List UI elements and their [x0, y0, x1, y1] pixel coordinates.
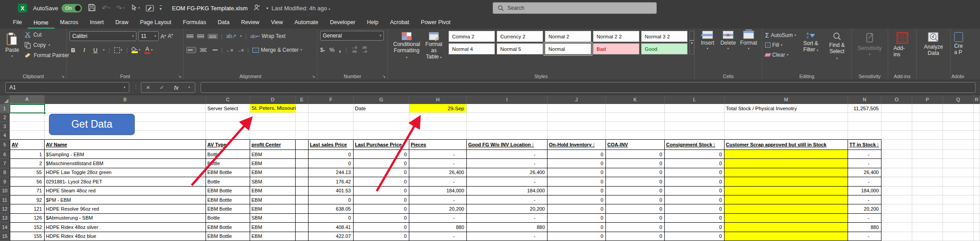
cell-F14[interactable]: 408.41: [309, 223, 354, 232]
cell-K9[interactable]: 0: [606, 177, 665, 186]
addins-button[interactable]: Add-ins: [891, 31, 914, 59]
autosave-switch[interactable]: On: [62, 4, 82, 12]
cell-R1[interactable]: [974, 104, 980, 113]
cell-K5[interactable]: COA-INV: [606, 140, 665, 150]
cell-P15[interactable]: [912, 232, 943, 241]
cell-J8[interactable]: 0: [548, 168, 606, 177]
row-header-14[interactable]: 14: [0, 223, 10, 232]
cell-A7[interactable]: 2: [10, 159, 45, 168]
top-align-icon[interactable]: [186, 34, 194, 38]
font-name-select[interactable]: Calibri▾: [70, 31, 136, 41]
last-modified-status[interactable]: • Last Modified: 4h ago ▾: [266, 5, 330, 12]
cell-style-normal-2[interactable]: Normal 2: [545, 31, 591, 42]
cell-A6[interactable]: 1: [10, 150, 45, 159]
format-cells-button[interactable]: Format▾: [738, 31, 759, 50]
cell-A15[interactable]: 155: [10, 232, 45, 241]
cell-M9[interactable]: [725, 177, 848, 186]
cell-A14[interactable]: 152: [10, 223, 45, 232]
cell-A13[interactable]: 126: [10, 214, 45, 223]
cell-N14[interactable]: 880: [848, 223, 881, 232]
cell-D13[interactable]: SBM: [250, 214, 296, 223]
cell-F12[interactable]: 638.05: [309, 204, 354, 213]
cell-P10[interactable]: [912, 187, 943, 195]
cell-N7[interactable]: -: [848, 159, 881, 168]
cell-M11[interactable]: [725, 195, 848, 204]
cell-G7[interactable]: 0: [354, 159, 409, 168]
cell-J6[interactable]: 0: [548, 150, 606, 159]
cell-O1[interactable]: [881, 104, 912, 113]
cell-Q9[interactable]: [943, 177, 974, 186]
cell-E7[interactable]: [296, 159, 309, 168]
row-header-1[interactable]: 1: [0, 104, 10, 113]
tab-macros[interactable]: Macros: [54, 17, 84, 29]
cell-Q3[interactable]: [943, 122, 974, 131]
cell-R11[interactable]: [974, 195, 980, 204]
cell-Q2[interactable]: [943, 113, 974, 122]
cell-L4[interactable]: [665, 131, 725, 140]
cell-J11[interactable]: 0: [548, 195, 606, 204]
cell-J15[interactable]: 0: [548, 232, 606, 241]
cell-K3[interactable]: [606, 122, 665, 131]
cell-H15[interactable]: -: [409, 232, 467, 241]
cell-N2[interactable]: [848, 113, 881, 122]
cell-H11[interactable]: -: [409, 195, 467, 204]
tab-insert[interactable]: Insert: [84, 17, 109, 29]
shrink-font-button[interactable]: A▾: [168, 33, 173, 39]
cell-D15[interactable]: EBM: [250, 232, 296, 241]
cell-K13[interactable]: 0: [606, 214, 665, 223]
row-header-11[interactable]: 11: [0, 195, 10, 204]
cell-K11[interactable]: 0: [606, 195, 665, 204]
cell-style-normal-5[interactable]: Normal 5: [497, 43, 543, 54]
cell-J3[interactable]: [548, 122, 606, 131]
column-header-K[interactable]: K: [606, 95, 665, 104]
cell-G11[interactable]: 0: [354, 195, 409, 204]
cell-O9[interactable]: [881, 177, 912, 186]
cell-R12[interactable]: [974, 204, 980, 213]
analyze-data-button[interactable]: AnalyzeData: [919, 31, 947, 58]
cell-G2[interactable]: [354, 113, 409, 122]
cell-C10[interactable]: EBM Bottle: [206, 187, 250, 195]
tab-review[interactable]: Review: [235, 17, 265, 29]
column-header-B[interactable]: B: [45, 95, 206, 104]
cell-C1[interactable]: Server Select: [206, 104, 250, 113]
comma-style-button[interactable]: ,: [339, 46, 341, 54]
cell-Q11[interactable]: [943, 195, 974, 204]
clipboard-dialog-launcher-icon[interactable]: ↘: [61, 74, 65, 79]
cell-K14[interactable]: 0: [606, 223, 665, 232]
create-pdf-button[interactable]: Crea P: [953, 31, 961, 57]
cell-E2[interactable]: [296, 113, 309, 122]
cell-C13[interactable]: Bottle: [206, 214, 250, 223]
cell-D14[interactable]: EBM: [250, 223, 296, 232]
cell-A2[interactable]: [10, 113, 45, 122]
cell-F7[interactable]: 0: [309, 159, 354, 168]
cell-J10[interactable]: 0: [548, 187, 606, 195]
cell-G1[interactable]: Date: [354, 104, 409, 113]
cell-P14[interactable]: [912, 223, 943, 232]
cell-A9[interactable]: 56: [10, 177, 45, 186]
cell-I9[interactable]: -: [467, 177, 548, 186]
cell-Q6[interactable]: [943, 150, 974, 159]
cell-L5[interactable]: Consignment Stock :: [665, 140, 725, 150]
cell-style-comma-2[interactable]: Comma 2: [449, 31, 495, 42]
cell-B13[interactable]: $Abmusterung - SBM: [45, 214, 206, 223]
font-color-button[interactable]: A▾: [144, 46, 153, 54]
cell-P13[interactable]: [912, 214, 943, 223]
fill-button[interactable]: ↓Fill▾: [765, 41, 796, 49]
bold-button[interactable]: B: [70, 47, 77, 54]
cell-K15[interactable]: 0: [606, 232, 665, 241]
tab-help[interactable]: Help: [361, 17, 384, 29]
column-header-R[interactable]: R: [974, 95, 980, 104]
sort-filter-button[interactable]: AZ Sort &Filter ▾: [800, 31, 822, 72]
column-header-I[interactable]: I: [467, 95, 548, 104]
cell-B6[interactable]: $Sampling - EBM: [45, 150, 206, 159]
cell-O3[interactable]: [881, 122, 912, 131]
cell-O4[interactable]: [881, 131, 912, 140]
cell-B14[interactable]: HDPE Ridex 48oz silver: [45, 223, 206, 232]
cell-M15[interactable]: [725, 232, 848, 241]
cell-G14[interactable]: 0: [354, 223, 409, 232]
align-right-icon[interactable]: [210, 48, 218, 52]
cell-N6[interactable]: -: [848, 150, 881, 159]
cell-K1[interactable]: [606, 104, 665, 113]
column-header-D[interactable]: D: [250, 95, 296, 104]
cell-L11[interactable]: 0: [665, 195, 725, 204]
